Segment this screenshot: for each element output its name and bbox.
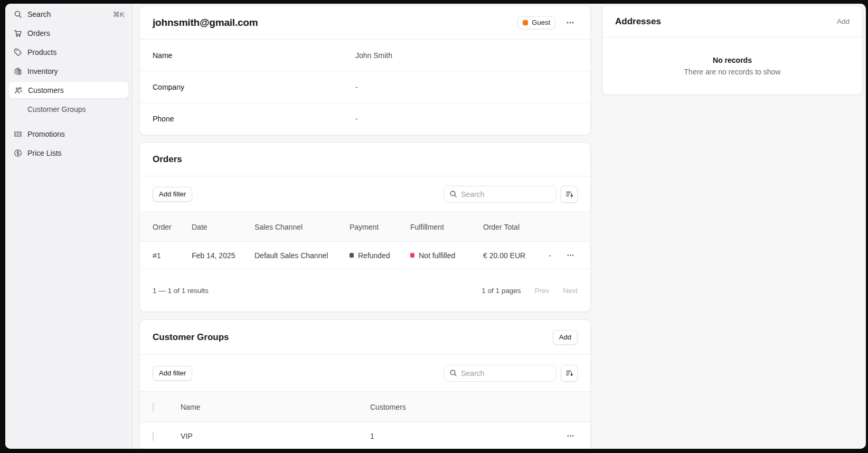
customer-card: johnsmith@gmail.com Guest Name John Smit… — [139, 5, 591, 135]
group-row-menu-button[interactable] — [563, 429, 578, 443]
order-fulfillment-status: Not fulfilled — [410, 251, 483, 260]
main-content: johnsmith@gmail.com Guest Name John Smit… — [133, 4, 866, 449]
sort-descending-icon — [565, 190, 573, 198]
customer-email-title: johnsmith@gmail.com — [153, 17, 258, 29]
field-label-name: Name — [153, 51, 355, 60]
guest-badge-label: Guest — [532, 18, 550, 26]
customer-groups-table-header: Name Customers — [140, 392, 590, 422]
customer-groups-title: Customer Groups — [153, 332, 229, 343]
column-header-order: Order — [153, 223, 192, 231]
tag-icon — [14, 48, 22, 56]
order-number: #1 — [153, 251, 192, 260]
customer-field-row: Company - — [140, 71, 590, 103]
sidebar-item-products[interactable]: Products — [8, 43, 129, 61]
group-customers-count: 1 — [370, 432, 563, 440]
orders-card: Orders Add filter Order — [139, 142, 591, 312]
row-checkbox[interactable] — [153, 431, 154, 441]
sidebar-item-label: Promotions — [27, 130, 65, 138]
sidebar-item-label: Search — [27, 10, 51, 18]
sidebar-item-label: Customers — [28, 86, 64, 95]
ticket-percent-icon — [14, 130, 22, 138]
customer-groups-filter-bar: Add filter — [140, 355, 590, 392]
orders-search-input[interactable] — [461, 190, 551, 199]
customer-field-row: Name John Smith — [140, 40, 590, 71]
search-icon — [449, 190, 457, 198]
prev-page-button[interactable]: Prev — [534, 287, 549, 295]
next-page-button[interactable]: Next — [563, 287, 578, 295]
orders-results-count: 1 — 1 of 1 results — [153, 287, 209, 295]
customer-groups-add-filter-button[interactable]: Add filter — [153, 366, 192, 381]
field-value-name: John Smith — [355, 51, 578, 60]
addresses-empty-state: No records There are no records to show — [602, 37, 862, 95]
search-icon — [449, 369, 457, 377]
sort-descending-icon — [565, 369, 573, 377]
building-icon — [14, 67, 22, 76]
sidebar-item-promotions[interactable]: Promotions — [8, 125, 129, 143]
customer-groups-card-header: Customer Groups Add — [140, 320, 590, 355]
sidebar-item-search[interactable]: Search ⌘K — [8, 5, 129, 23]
empty-state-title: No records — [713, 56, 752, 64]
column-header-order-total: Order Total — [483, 223, 549, 231]
fulfillment-status-label: Not fulfilled — [419, 251, 455, 260]
sidebar-item-label: Products — [27, 48, 56, 56]
sidebar-item-label: Customer Groups — [27, 105, 86, 114]
sidebar-section-spacer — [8, 119, 129, 125]
addresses-title: Addresses — [615, 16, 661, 27]
order-total: € 20.00 EUR — [483, 251, 549, 260]
field-value-company: - — [355, 83, 578, 91]
customer-groups-sort-button[interactable] — [561, 365, 578, 382]
orders-sort-button[interactable] — [561, 186, 578, 203]
sidebar: Search ⌘K Orders Products Inventory Cu — [5, 4, 133, 449]
order-sales-channel: Default Sales Channel — [254, 251, 350, 260]
sidebar-item-label: Price Lists — [27, 149, 62, 157]
order-row-menu-button[interactable] — [563, 248, 578, 263]
empty-state-subtitle: There are no records to show — [684, 68, 781, 76]
orders-filter-bar: Add filter — [140, 176, 590, 212]
order-payment-status: Refunded — [350, 251, 410, 260]
orders-add-filter-button[interactable]: Add filter — [153, 187, 192, 202]
addresses-column: Addresses Add No records There are no re… — [602, 5, 863, 449]
search-icon — [14, 10, 22, 18]
users-icon — [14, 86, 23, 95]
customer-groups-search-input[interactable] — [461, 369, 551, 378]
field-value-phone: - — [355, 115, 578, 123]
sidebar-item-orders[interactable]: Orders — [8, 24, 129, 42]
fulfillment-status-dot — [410, 253, 414, 258]
search-shortcut: ⌘K — [112, 10, 125, 18]
customer-menu-button[interactable] — [563, 15, 578, 30]
cart-icon — [14, 29, 22, 37]
orders-title: Orders — [153, 154, 182, 165]
column-header-name: Name — [181, 403, 370, 411]
payment-status-label: Refunded — [358, 251, 390, 260]
order-extra: - — [549, 251, 563, 260]
sidebar-item-label: Orders — [27, 29, 50, 37]
column-header-sales-channel: Sales Channel — [254, 223, 350, 231]
customer-field-row: Phone - — [140, 103, 590, 135]
customer-groups-search-box — [444, 365, 556, 382]
column-header-payment: Payment — [350, 223, 410, 231]
group-name: VIP — [181, 432, 370, 440]
guest-status-badge: Guest — [517, 16, 555, 29]
sidebar-item-inventory[interactable]: Inventory — [8, 62, 129, 80]
sidebar-item-customer-groups[interactable]: Customer Groups — [8, 100, 129, 118]
addresses-card-header: Addresses Add — [602, 6, 862, 37]
circle-dollar-icon — [14, 149, 22, 157]
select-all-checkbox[interactable] — [153, 402, 154, 412]
order-date: Feb 14, 2025 — [192, 251, 254, 260]
customer-groups-card: Customer Groups Add Add filter — [139, 319, 591, 449]
customer-group-row[interactable]: VIP 1 — [140, 422, 590, 449]
guest-badge-dot — [523, 20, 528, 25]
app-window: Search ⌘K Orders Products Inventory Cu — [5, 4, 866, 449]
column-header-customers: Customers — [370, 403, 563, 411]
sidebar-item-price-lists[interactable]: Price Lists — [8, 144, 129, 162]
addresses-add-button[interactable]: Add — [837, 17, 850, 25]
sidebar-item-customers[interactable]: Customers — [8, 81, 129, 99]
customer-card-header: johnsmith@gmail.com Guest — [140, 6, 590, 40]
orders-card-header: Orders — [140, 143, 590, 176]
order-table-row[interactable]: #1 Feb 14, 2025 Default Sales Channel Re… — [140, 242, 590, 269]
orders-pagination: 1 — 1 of 1 results 1 of 1 pages Prev Nex… — [140, 269, 590, 312]
column-header-date: Date — [192, 223, 254, 231]
field-label-company: Company — [153, 83, 355, 91]
customer-groups-add-button[interactable]: Add — [553, 330, 578, 345]
orders-table-header: Order Date Sales Channel Payment Fulfill… — [140, 212, 590, 242]
